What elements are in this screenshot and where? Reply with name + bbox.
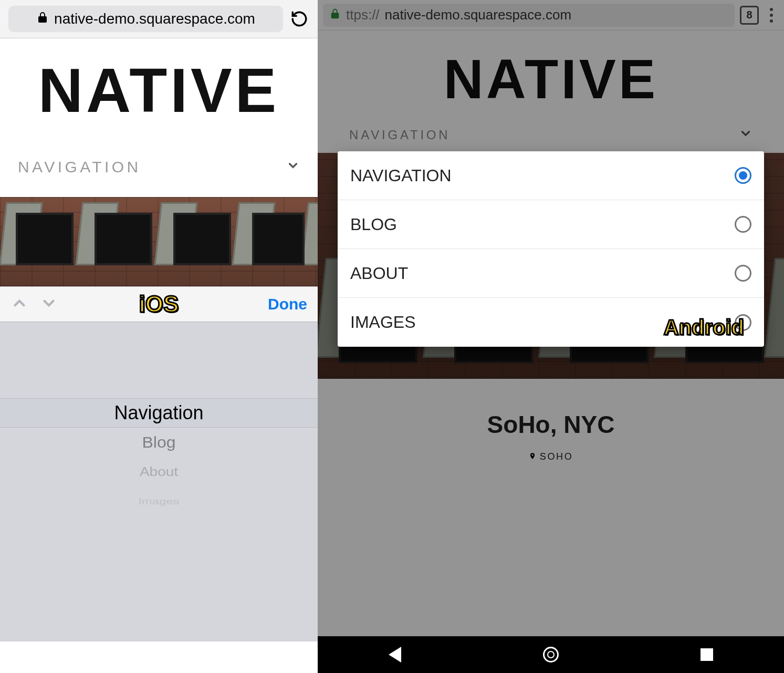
platform-label-android: Android <box>664 316 744 339</box>
picker-item[interactable]: Navigation <box>0 398 318 428</box>
pin-icon <box>529 452 540 461</box>
lock-icon <box>36 11 49 27</box>
location-chip: SOHO <box>318 451 784 462</box>
overflow-menu-icon[interactable] <box>764 8 779 23</box>
back-button[interactable] <box>389 647 401 662</box>
navigation-select[interactable]: NAVIGATION <box>318 117 784 153</box>
android-select-dialog: NAVIGATION BLOG ABOUT IMAGES Android <box>338 151 764 347</box>
chevron-down-icon <box>739 127 752 143</box>
radio-icon <box>735 265 751 282</box>
android-pane: ttps://native-demo.squarespace.com 8 NAT… <box>318 0 784 673</box>
recents-button[interactable] <box>701 648 713 661</box>
platform-label-ios: iOS <box>139 291 179 317</box>
lock-icon <box>329 7 341 23</box>
radio-selected-icon <box>735 167 751 184</box>
dropdown-item[interactable]: BLOG <box>338 200 764 249</box>
ios-url-pill[interactable]: native-demo.squarespace.com <box>8 6 283 32</box>
picker-next-icon[interactable] <box>40 294 58 314</box>
chevron-down-icon <box>286 158 300 176</box>
url-scheme: ttps:// <box>346 7 380 23</box>
location-chip-text: SOHO <box>540 451 573 462</box>
picker-item[interactable]: About <box>0 459 318 484</box>
picker-done-button[interactable]: Done <box>268 295 307 313</box>
android-url-pill[interactable]: ttps://native-demo.squarespace.com <box>323 4 735 27</box>
android-system-nav <box>318 636 784 673</box>
dropdown-item-label: ABOUT <box>350 264 408 283</box>
dropdown-item[interactable]: NAVIGATION <box>338 151 764 200</box>
picker-prev-icon[interactable] <box>11 294 28 314</box>
navigation-label: NAVIGATION <box>18 158 141 176</box>
navigation-select[interactable]: NAVIGATION <box>0 137 318 197</box>
ios-picker-toolbar: iOS Done <box>0 286 318 322</box>
site-logo: NATIVE <box>318 30 784 117</box>
reload-icon[interactable] <box>289 9 309 29</box>
picker-item[interactable]: Blog <box>0 428 318 456</box>
ios-picker-wheel[interactable]: Navigation Blog About Images <box>0 322 318 641</box>
picker-item[interactable]: Images <box>0 491 318 511</box>
dropdown-item[interactable]: ABOUT <box>338 249 764 298</box>
home-button[interactable] <box>543 647 559 662</box>
ios-url-text: native-demo.squarespace.com <box>54 11 255 27</box>
dropdown-item[interactable]: IMAGES Android <box>338 298 764 347</box>
android-address-bar: ttps://native-demo.squarespace.com 8 <box>318 0 784 30</box>
site-logo: NATIVE <box>0 38 318 137</box>
tab-count-button[interactable]: 8 <box>740 6 759 25</box>
ios-address-bar: native-demo.squarespace.com <box>0 0 318 38</box>
hero-image <box>0 197 318 286</box>
dropdown-item-label: BLOG <box>350 215 397 234</box>
ios-pane: native-demo.squarespace.com NATIVE NAVIG… <box>0 0 318 673</box>
navigation-label: NAVIGATION <box>349 128 450 142</box>
android-url-text: native-demo.squarespace.com <box>385 7 572 23</box>
radio-icon <box>735 216 751 233</box>
location-section: SoHo, NYC SOHO <box>318 379 784 468</box>
dropdown-item-label: IMAGES <box>350 313 415 332</box>
dropdown-item-label: NAVIGATION <box>350 166 452 185</box>
location-title: SoHo, NYC <box>318 410 784 439</box>
tab-count-value: 8 <box>746 9 752 21</box>
